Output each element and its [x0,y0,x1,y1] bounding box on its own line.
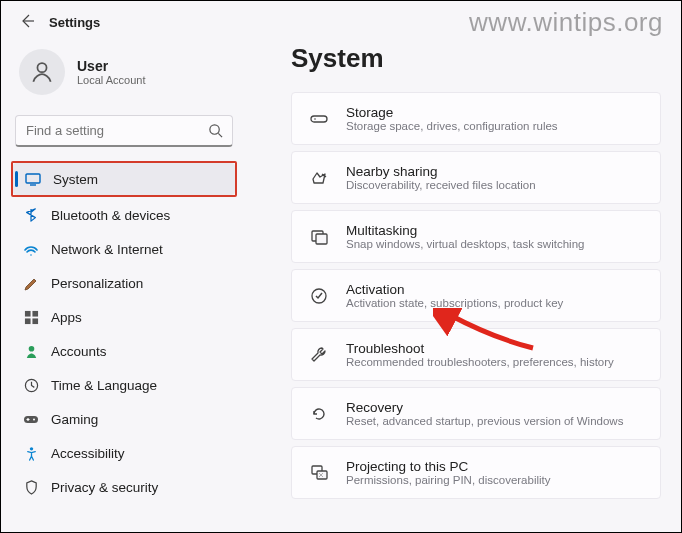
back-arrow-icon[interactable] [19,13,37,31]
sidebar-item-label: Accounts [51,344,107,359]
card-nearby[interactable]: Nearby sharingDiscoverability, received … [291,151,661,204]
page-title: System [291,43,661,74]
sidebar-item-label: Network & Internet [51,242,163,257]
profile-name: User [77,58,146,74]
card-storage[interactable]: StorageStorage space, drives, configurat… [291,92,661,145]
card-sub: Activation state, subscriptions, product… [346,297,563,309]
activation-icon [308,285,330,307]
card-title: Storage [346,105,558,120]
troubleshoot-icon [308,344,330,366]
accessibility-icon [23,445,39,461]
nearby-icon [308,167,330,189]
svg-rect-12 [311,116,327,122]
svg-rect-18 [317,471,327,479]
svg-point-0 [37,63,46,72]
sidebar-item-personalization[interactable]: Personalization [11,267,237,299]
search-input[interactable] [15,115,233,147]
multitasking-icon [308,226,330,248]
svg-rect-3 [24,310,30,316]
nav-list: System Bluetooth & devices Network & Int… [11,161,237,503]
accounts-icon [23,343,39,359]
network-icon [23,241,39,257]
sidebar-item-network[interactable]: Network & Internet [11,233,237,265]
sidebar-item-label: Time & Language [51,378,157,393]
card-troubleshoot[interactable]: TroubleshootRecommended troubleshooters,… [291,328,661,381]
card-sub: Permissions, pairing PIN, discoverabilit… [346,474,551,486]
card-sub: Storage space, drives, configuration rul… [346,120,558,132]
sidebar-item-accessibility[interactable]: Accessibility [11,437,237,469]
main-panel: System StorageStorage space, drives, con… [247,39,681,532]
svg-rect-15 [316,234,327,244]
sidebar-item-time[interactable]: Time & Language [11,369,237,401]
bluetooth-icon [23,207,39,223]
svg-point-10 [33,419,35,421]
card-activation[interactable]: ActivationActivation state, subscription… [291,269,661,322]
profile-sub: Local Account [77,74,146,86]
card-recovery[interactable]: RecoveryReset, advanced startup, previou… [291,387,661,440]
sidebar-item-gaming[interactable]: Gaming [11,403,237,435]
card-title: Recovery [346,400,623,415]
settings-cards: StorageStorage space, drives, configurat… [291,92,661,499]
topbar-title: Settings [49,15,100,30]
search-icon [208,123,223,142]
svg-point-7 [28,345,34,351]
svg-rect-5 [24,318,30,324]
privacy-icon [23,479,39,495]
svg-point-13 [314,118,316,120]
svg-rect-9 [24,416,38,423]
card-projecting[interactable]: Projecting to this PCPermissions, pairin… [291,446,661,499]
sidebar-item-bluetooth[interactable]: Bluetooth & devices [11,199,237,231]
gaming-icon [23,411,39,427]
recovery-icon [308,403,330,425]
topbar: Settings [1,1,681,39]
projecting-icon [308,462,330,484]
card-sub: Recommended troubleshooters, preferences… [346,356,614,368]
sidebar-item-accounts[interactable]: Accounts [11,335,237,367]
profile-block[interactable]: User Local Account [11,39,237,111]
personalization-icon [23,275,39,291]
sidebar-item-label: Personalization [51,276,143,291]
sidebar-item-label: Bluetooth & devices [51,208,170,223]
search-box[interactable] [15,115,233,147]
card-title: Projecting to this PC [346,459,551,474]
card-title: Multitasking [346,223,584,238]
storage-icon [308,108,330,130]
card-title: Activation [346,282,563,297]
avatar [19,49,65,95]
sidebar-item-label: System [53,172,98,187]
svg-point-11 [29,447,32,450]
sidebar-item-privacy[interactable]: Privacy & security [11,471,237,503]
apps-icon [23,309,39,325]
svg-point-1 [210,125,219,134]
card-title: Nearby sharing [346,164,536,179]
svg-rect-2 [26,174,40,183]
sidebar-item-label: Gaming [51,412,98,427]
sidebar-item-apps[interactable]: Apps [11,301,237,333]
card-multitasking[interactable]: MultitaskingSnap windows, virtual deskto… [291,210,661,263]
card-title: Troubleshoot [346,341,614,356]
time-icon [23,377,39,393]
sidebar-item-system[interactable]: System [13,163,235,195]
svg-rect-6 [32,318,38,324]
sidebar-item-label: Accessibility [51,446,125,461]
svg-rect-4 [32,310,38,316]
card-sub: Discoverability, received files location [346,179,536,191]
system-icon [25,171,41,187]
sidebar-item-label: Apps [51,310,82,325]
card-sub: Snap windows, virtual desktops, task swi… [346,238,584,250]
sidebar: User Local Account System Bluetooth & de… [1,39,247,532]
sidebar-item-label: Privacy & security [51,480,158,495]
card-sub: Reset, advanced startup, previous versio… [346,415,623,427]
